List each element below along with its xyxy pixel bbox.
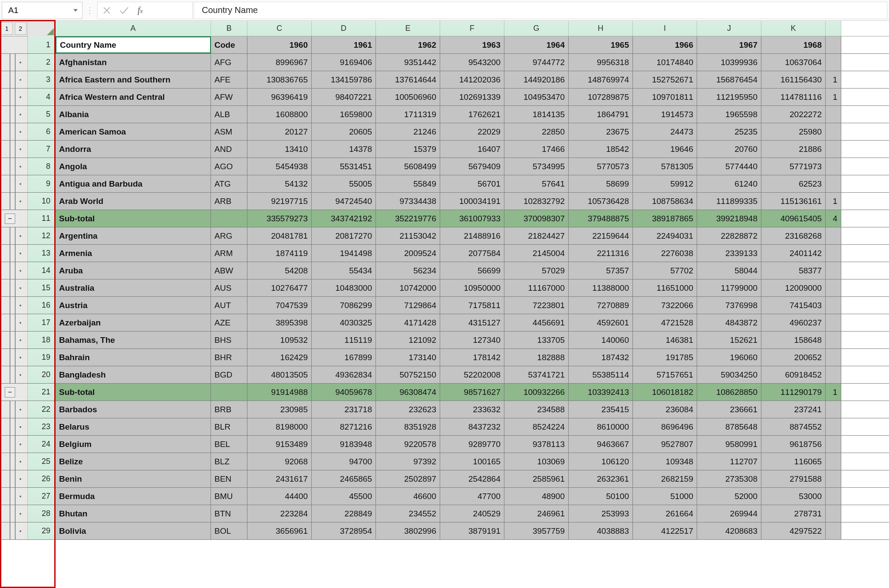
name-box[interactable]: A1 (2, 2, 82, 19)
fx-icon[interactable]: fx (138, 5, 145, 15)
formula-bar-buttons: fx (97, 2, 193, 19)
name-box-value: A1 (8, 6, 18, 15)
formula-text: Country Name (202, 5, 258, 15)
formula-bar: A1 ⋮ fx Country Name (0, 0, 889, 21)
enter-icon[interactable] (119, 7, 129, 14)
formula-input[interactable]: Country Name (194, 2, 887, 19)
formula-bar-separator: ⋮ (83, 6, 96, 15)
name-box-dropdown-icon[interactable] (73, 9, 78, 12)
cancel-icon[interactable] (103, 7, 111, 14)
